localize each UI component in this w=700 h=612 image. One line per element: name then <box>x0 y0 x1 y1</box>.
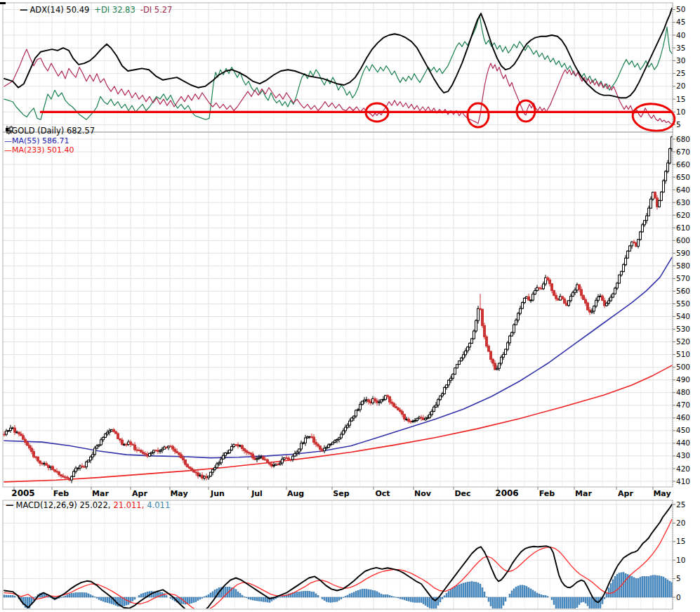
adx-legend: —ADX(14) 50.49+DI 32.83-DI 5.27 <box>20 5 172 15</box>
svg-text:630: 630 <box>676 198 690 207</box>
svg-text:520: 520 <box>676 337 690 346</box>
candles <box>4 136 673 483</box>
month-label: Nov <box>414 489 432 498</box>
month-label: Dec <box>454 489 470 498</box>
ma55-line-swatch: — <box>4 136 12 145</box>
svg-text:590: 590 <box>676 249 690 257</box>
svg-text:480: 480 <box>676 388 690 396</box>
macd-line-swatch: — <box>6 500 14 510</box>
svg-text:10: 10 <box>676 108 685 116</box>
macd-signal-legend-label: 21.011, <box>113 500 144 510</box>
svg-text:450: 450 <box>676 426 690 434</box>
month-label: Apr <box>132 489 147 498</box>
adx-legend-label: ADX(14) 50.49 <box>30 5 90 15</box>
svg-text:490: 490 <box>676 375 690 384</box>
stockchart: 5045403530252015105680670660650640630620… <box>0 0 700 612</box>
month-label: Oct <box>375 489 390 498</box>
svg-text:35: 35 <box>676 44 685 52</box>
svg-text:500: 500 <box>676 363 690 371</box>
svg-text:650: 650 <box>676 173 690 181</box>
svg-text:540: 540 <box>676 312 690 320</box>
ma233-legend-label: MA(233) 501.40 <box>12 145 74 155</box>
svg-text:610: 610 <box>676 223 690 232</box>
svg-text:20: 20 <box>676 82 685 90</box>
ma55-legend-label: MA(55) 586.71 <box>12 136 70 145</box>
month-label: Sep <box>333 489 349 498</box>
svg-text:430: 430 <box>676 451 690 460</box>
plus-di-legend-label: +DI 32.83 <box>94 5 135 15</box>
svg-text:550: 550 <box>676 299 690 308</box>
svg-text:680: 680 <box>676 135 690 143</box>
svg-text:460: 460 <box>676 413 690 422</box>
month-label: 2006 <box>495 488 518 498</box>
svg-text:670: 670 <box>676 148 690 156</box>
svg-text:560: 560 <box>676 287 690 295</box>
price-panel: 6806706606506406306206106005905805705605… <box>3 132 690 487</box>
ma233-line-swatch: — <box>4 145 12 155</box>
svg-text:660: 660 <box>676 160 690 169</box>
svg-text:40: 40 <box>676 31 685 39</box>
macd-hist-legend-label: 4.011 <box>147 500 170 510</box>
svg-text:25: 25 <box>676 500 685 509</box>
svg-text:620: 620 <box>676 211 690 219</box>
svg-text:600: 600 <box>676 236 690 245</box>
svg-text:510: 510 <box>676 350 690 358</box>
svg-text:50: 50 <box>676 5 685 13</box>
chart-canvas: 5045403530252015105680670660650640630620… <box>0 0 700 612</box>
month-label: Mar <box>92 489 109 498</box>
month-label: Aug <box>287 489 304 498</box>
month-label: May <box>170 489 187 498</box>
month-label: Apr <box>618 489 633 498</box>
month-label: 2005 <box>11 488 34 498</box>
month-label: Mar <box>575 489 592 498</box>
svg-text:15: 15 <box>676 95 685 103</box>
svg-text:420: 420 <box>676 464 690 473</box>
svg-text:640: 640 <box>676 185 690 194</box>
month-label: Jul <box>251 489 263 498</box>
month-label: Feb <box>539 489 555 498</box>
svg-text:25: 25 <box>676 69 685 77</box>
svg-text:20: 20 <box>676 519 685 527</box>
svg-text:45: 45 <box>676 18 685 26</box>
annotation-ellipse <box>631 101 677 134</box>
adx-panel: 5045403530252015105 <box>0 2 685 134</box>
ma55-legend: —MA(55) 586.71 <box>4 136 70 145</box>
gold-legend: $GOLD (Daily) 682.57 <box>4 126 95 136</box>
svg-text:30: 30 <box>676 56 685 65</box>
svg-text:570: 570 <box>676 274 690 282</box>
svg-text:580: 580 <box>676 261 690 270</box>
ma233-legend: —MA(233) 501.40 <box>4 145 74 155</box>
svg-text:15: 15 <box>676 537 685 545</box>
svg-text:10: 10 <box>676 556 685 564</box>
macd-legend: —MACD(12,26,9) 25.022,21.011,4.011 <box>6 500 170 510</box>
macd-legend-label: MACD(12,26,9) 25.022, <box>16 500 111 510</box>
svg-text:440: 440 <box>676 438 690 447</box>
macd-panel: 2520151050 <box>3 500 685 612</box>
svg-text:5: 5 <box>676 120 681 129</box>
minus-di-legend-label: -DI 5.27 <box>140 5 173 15</box>
x-axis: 2005FebMarAprMayJunJulAugSepOctNovDec200… <box>11 487 671 498</box>
svg-text:410: 410 <box>676 477 690 486</box>
adx-line-swatch: — <box>20 5 28 15</box>
svg-text:470: 470 <box>676 401 690 409</box>
svg-text:530: 530 <box>676 325 690 333</box>
month-label: Feb <box>53 489 70 498</box>
gold-legend-label: $GOLD (Daily) 682.57 <box>6 126 95 136</box>
svg-text:5: 5 <box>676 574 681 582</box>
month-label: Jun <box>210 489 225 498</box>
svg-text:0: 0 <box>676 593 681 601</box>
month-label: May <box>653 489 671 498</box>
